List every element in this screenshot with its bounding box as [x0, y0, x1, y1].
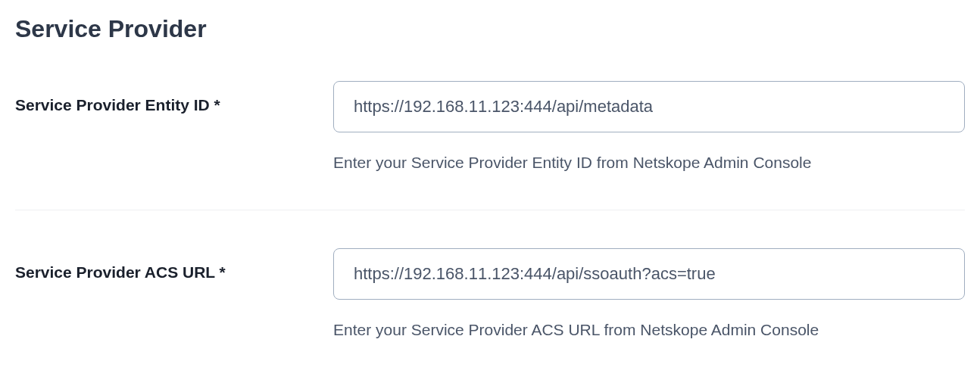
- entity-id-help: Enter your Service Provider Entity ID fr…: [333, 154, 965, 172]
- entity-id-control: Enter your Service Provider Entity ID fr…: [333, 81, 965, 172]
- acs-url-input[interactable]: [333, 248, 965, 300]
- entity-id-label: Service Provider Entity ID *: [15, 81, 333, 114]
- acs-url-help: Enter your Service Provider ACS URL from…: [333, 321, 965, 339]
- entity-id-input[interactable]: [333, 81, 965, 132]
- form-row-entity-id: Service Provider Entity ID * Enter your …: [15, 81, 965, 210]
- acs-url-label: Service Provider ACS URL *: [15, 248, 333, 282]
- acs-url-control: Enter your Service Provider ACS URL from…: [333, 248, 965, 339]
- form-row-acs-url: Service Provider ACS URL * Enter your Se…: [15, 248, 965, 339]
- section-title: Service Provider: [15, 15, 965, 43]
